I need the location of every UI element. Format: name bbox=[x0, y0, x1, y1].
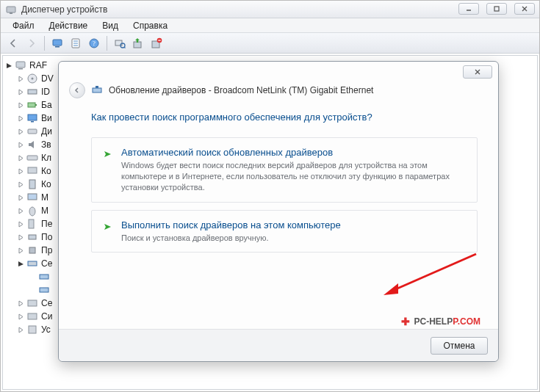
tree-item-label: Кл bbox=[41, 153, 51, 163]
watermark-text-b: P.COM bbox=[453, 316, 480, 327]
svg-marker-62 bbox=[19, 314, 23, 319]
svg-rect-6 bbox=[53, 40, 62, 46]
expand-icon[interactable] bbox=[16, 153, 25, 162]
expand-icon[interactable] bbox=[16, 312, 25, 321]
dialog-close-button[interactable] bbox=[463, 65, 492, 79]
svg-rect-53 bbox=[29, 235, 36, 239]
svg-rect-45 bbox=[29, 180, 35, 189]
svg-point-27 bbox=[32, 78, 34, 80]
svg-rect-32 bbox=[35, 104, 37, 106]
toolbar-update-driver-icon[interactable] bbox=[130, 35, 146, 51]
keyboard-icon bbox=[26, 152, 38, 164]
processor-icon bbox=[26, 244, 38, 256]
svg-text:?: ? bbox=[93, 40, 96, 47]
svg-marker-30 bbox=[19, 103, 23, 108]
svg-line-16 bbox=[124, 47, 126, 48]
svg-rect-55 bbox=[29, 247, 35, 253]
computer-icon bbox=[15, 59, 26, 71]
titlebar: Диспетчер устройств bbox=[1, 1, 539, 18]
expand-icon[interactable] bbox=[16, 101, 25, 109]
svg-rect-68 bbox=[93, 88, 101, 92]
option-auto-search[interactable]: Автоматический поиск обновленных драйвер… bbox=[91, 137, 478, 203]
svg-rect-47 bbox=[28, 194, 37, 200]
expand-icon[interactable] bbox=[16, 233, 25, 242]
nic-icon bbox=[38, 271, 50, 283]
watermark: ✚ PC-HELPP.COM bbox=[401, 316, 480, 327]
expand-icon[interactable] bbox=[16, 114, 25, 123]
expand-icon[interactable] bbox=[16, 299, 25, 308]
toolbar-properties-icon[interactable] bbox=[68, 35, 84, 51]
toolbar-back-icon[interactable] bbox=[5, 35, 21, 51]
svg-marker-22 bbox=[7, 63, 12, 68]
collapse-icon[interactable] bbox=[4, 61, 13, 70]
toolbar-uninstall-icon[interactable] bbox=[148, 35, 165, 51]
svg-marker-39 bbox=[29, 141, 34, 148]
svg-marker-48 bbox=[19, 208, 23, 214]
monitor-icon bbox=[26, 192, 38, 203]
svg-rect-35 bbox=[31, 121, 34, 123]
svg-point-49 bbox=[29, 207, 35, 216]
menu-file[interactable]: Файл bbox=[5, 19, 42, 32]
plus-icon: ✚ bbox=[401, 316, 410, 327]
driver-update-dialog: Обновление драйверов - Broadcom NetLink … bbox=[58, 61, 499, 362]
audio-icon bbox=[26, 139, 38, 150]
tree-item-label: Ди bbox=[41, 126, 52, 137]
expand-icon[interactable] bbox=[16, 180, 25, 189]
expand-icon[interactable] bbox=[16, 74, 25, 83]
nic-icon bbox=[38, 284, 50, 296]
dialog-header: Обновление драйверов - Broadcom NetLink … bbox=[59, 82, 498, 104]
svg-rect-43 bbox=[28, 167, 37, 173]
tree-item-label: DV bbox=[41, 73, 54, 84]
app-icon bbox=[5, 4, 17, 15]
collapse-icon[interactable] bbox=[16, 259, 25, 268]
menubar: Файл Действие Вид Справка bbox=[1, 18, 539, 33]
computer-icon bbox=[26, 165, 38, 177]
tree-item-label: По bbox=[41, 232, 52, 242]
cancel-button[interactable]: Отмена bbox=[431, 337, 488, 355]
menu-view[interactable]: Вид bbox=[95, 19, 126, 32]
svg-marker-33 bbox=[19, 116, 23, 121]
expand-icon[interactable] bbox=[16, 140, 25, 149]
system-icon bbox=[26, 311, 38, 322]
svg-marker-44 bbox=[19, 182, 23, 187]
tree-item-label: Си bbox=[41, 311, 52, 322]
toolbar-computer-icon[interactable] bbox=[49, 35, 65, 51]
svg-marker-36 bbox=[19, 129, 23, 134]
svg-rect-61 bbox=[28, 300, 37, 306]
svg-marker-60 bbox=[19, 301, 23, 306]
minimize-button[interactable] bbox=[458, 3, 479, 15]
expand-icon[interactable] bbox=[16, 167, 25, 175]
arrow-right-icon bbox=[102, 147, 114, 193]
svg-rect-23 bbox=[16, 62, 25, 68]
option-browse-computer[interactable]: Выполнить поиск драйверов на этом компью… bbox=[91, 210, 478, 253]
svg-rect-51 bbox=[29, 219, 34, 228]
expand-icon[interactable] bbox=[16, 127, 25, 136]
ide-icon bbox=[26, 86, 38, 98]
expand-icon[interactable] bbox=[16, 246, 25, 255]
svg-rect-17 bbox=[134, 42, 141, 48]
option-browse-desc: Поиск и установка драйверов вручную. bbox=[121, 233, 467, 244]
svg-rect-31 bbox=[28, 103, 35, 107]
maximize-button[interactable] bbox=[486, 3, 507, 15]
expand-icon[interactable] bbox=[16, 206, 25, 215]
usb-icon bbox=[26, 178, 38, 190]
svg-marker-42 bbox=[19, 169, 23, 174]
tree-item-label: М bbox=[41, 206, 48, 216]
toolbar-scan-icon[interactable] bbox=[112, 35, 128, 51]
expand-icon[interactable] bbox=[16, 193, 25, 202]
expand-icon[interactable] bbox=[16, 325, 25, 334]
close-button[interactable] bbox=[514, 3, 535, 15]
expand-icon[interactable] bbox=[16, 87, 25, 96]
menu-help[interactable]: Справка bbox=[126, 19, 175, 32]
svg-rect-3 bbox=[494, 7, 499, 11]
menu-action[interactable]: Действие bbox=[42, 19, 96, 32]
expand-icon[interactable] bbox=[16, 219, 25, 228]
svg-rect-59 bbox=[40, 288, 48, 292]
watermark-text-a: PC-HELP bbox=[414, 316, 453, 327]
toolbar-forward-icon[interactable] bbox=[24, 35, 40, 51]
svg-marker-28 bbox=[19, 90, 23, 95]
svg-rect-34 bbox=[28, 115, 37, 120]
toolbar-help-icon[interactable]: ? bbox=[86, 35, 102, 51]
svg-marker-38 bbox=[19, 142, 23, 148]
dialog-back-button[interactable] bbox=[69, 82, 85, 98]
